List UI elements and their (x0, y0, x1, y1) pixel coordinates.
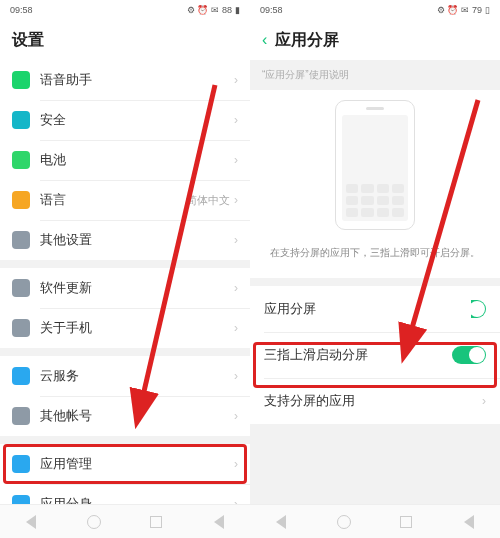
chevron-right-icon: › (234, 409, 238, 423)
chevron-right-icon: › (234, 193, 238, 207)
header: 设置 (0, 20, 250, 60)
item-battery[interactable]: 电池› (0, 140, 250, 180)
nav-back-alt[interactable] (209, 512, 229, 532)
status-time: 09:58 (10, 5, 33, 15)
item-language[interactable]: 语言简体中文› (0, 180, 250, 220)
back-button[interactable]: ‹ (262, 32, 267, 48)
update-icon (12, 279, 30, 297)
shield-icon (12, 111, 30, 129)
status-bar: 09:58 ⚙ ⏰ ✉ 79▯ (250, 0, 500, 20)
nav-home[interactable] (84, 512, 104, 532)
section-gap (0, 260, 250, 268)
chevron-right-icon: › (234, 369, 238, 383)
page-title: 应用分屏 (275, 30, 339, 51)
clone-icon (12, 495, 30, 504)
phone-mockup (335, 100, 415, 230)
nav-bar (0, 504, 250, 538)
empty-fill (250, 424, 500, 504)
status-right: ⚙ ⏰ ✉ 88▮ (187, 5, 240, 15)
right-screen: 09:58 ⚙ ⏰ ✉ 79▯ ‹ 应用分屏 “应用分屏”使用说明 在支持分屏的… (250, 0, 500, 538)
language-icon (12, 191, 30, 209)
status-time: 09:58 (260, 5, 283, 15)
user-icon (12, 407, 30, 425)
tip-text: 在支持分屏的应用下，三指上滑即可开启分屏。 (270, 246, 480, 260)
highlight-box-left (3, 444, 247, 484)
nav-recent[interactable] (146, 512, 166, 532)
item-app-clone[interactable]: 应用分身› (0, 484, 250, 504)
settings-list: 语音助手› 安全› 电池› 语言简体中文› 其他设置› 软件更新› 关于手机› … (0, 60, 250, 504)
item-other-accounts[interactable]: 其他帐号› (0, 396, 250, 436)
setting-split-screen[interactable]: 应用分屏 (250, 286, 500, 332)
chevron-right-icon: › (234, 497, 238, 504)
chevron-right-icon: › (482, 394, 486, 408)
cloud-icon (12, 367, 30, 385)
page-title: 设置 (12, 30, 44, 51)
info-icon (12, 319, 30, 337)
highlight-box-right (253, 342, 497, 388)
nav-home[interactable] (334, 512, 354, 532)
status-right: ⚙ ⏰ ✉ 79▯ (437, 5, 490, 15)
item-cloud-service[interactable]: 云服务› (0, 356, 250, 396)
item-about-phone[interactable]: 关于手机› (0, 308, 250, 348)
chevron-right-icon: › (234, 321, 238, 335)
section-gap (0, 348, 250, 356)
status-bar: 09:58 ⚙ ⏰ ✉ 88▮ (0, 0, 250, 20)
battery-icon (12, 151, 30, 169)
nav-back[interactable] (21, 512, 41, 532)
item-security[interactable]: 安全› (0, 100, 250, 140)
nav-back[interactable] (271, 512, 291, 532)
illustration: 在支持分屏的应用下，三指上滑即可开启分屏。 (250, 90, 500, 278)
chevron-right-icon: › (234, 113, 238, 127)
section-gap (0, 436, 250, 444)
toggle-split-screen[interactable] (452, 300, 486, 318)
gear-icon (12, 231, 30, 249)
chevron-right-icon: › (234, 73, 238, 87)
header: ‹ 应用分屏 (250, 20, 500, 60)
item-other-settings[interactable]: 其他设置› (0, 220, 250, 260)
usage-note: “应用分屏”使用说明 (250, 60, 500, 90)
item-voice-assistant[interactable]: 语音助手› (0, 60, 250, 100)
nav-bar (250, 504, 500, 538)
nav-recent[interactable] (396, 512, 416, 532)
chevron-right-icon: › (234, 153, 238, 167)
section-gap (250, 278, 500, 286)
mic-icon (12, 71, 30, 89)
chevron-right-icon: › (234, 281, 238, 295)
item-software-update[interactable]: 软件更新› (0, 268, 250, 308)
nav-back-alt[interactable] (459, 512, 479, 532)
chevron-right-icon: › (234, 233, 238, 247)
